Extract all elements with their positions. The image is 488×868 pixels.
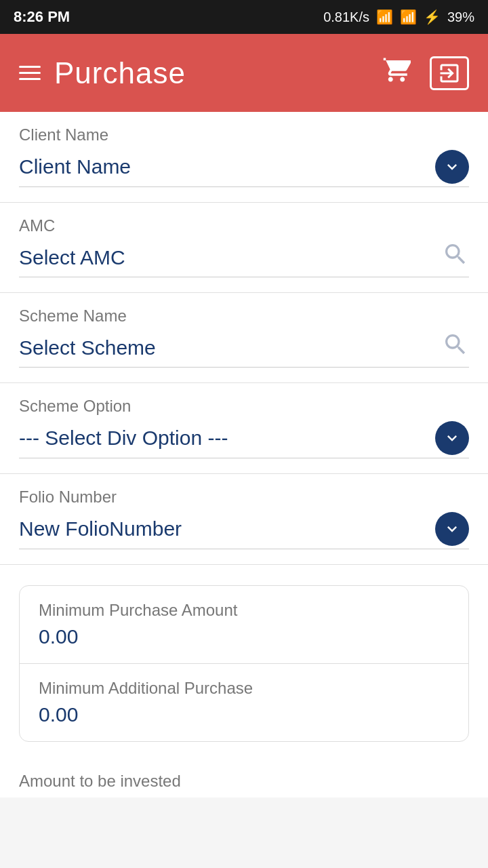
battery-level: 39%	[447, 9, 474, 25]
min-additional-value: 0.00	[39, 703, 449, 726]
client-name-section: Client Name Client Name	[0, 112, 488, 203]
amc-section: AMC Select AMC	[0, 203, 488, 293]
status-time: 8:26 PM	[14, 8, 70, 26]
client-name-label: Client Name	[19, 125, 469, 144]
folio-number-dropdown-button[interactable]	[435, 512, 469, 546]
signal-icon: 📶	[400, 9, 417, 25]
folio-number-section: Folio Number New FolioNumber	[0, 474, 488, 565]
main-content: Client Name Client Name AMC Select AMC S…	[0, 112, 488, 797]
page-title: Purchase	[54, 56, 186, 90]
min-additional-row: Minimum Additional Purchase 0.00	[20, 663, 468, 741]
amc-field[interactable]: Select AMC	[19, 241, 469, 277]
scheme-name-placeholder: Select Scheme	[19, 336, 156, 359]
info-card: Minimum Purchase Amount 0.00 Minimum Add…	[19, 585, 469, 742]
scheme-option-value: --- Select Div Option ---	[19, 427, 228, 450]
app-bar-left: Purchase	[19, 56, 186, 90]
min-additional-label: Minimum Additional Purchase	[39, 679, 449, 698]
client-name-dropdown-button[interactable]	[435, 150, 469, 184]
amc-placeholder: Select AMC	[19, 246, 125, 269]
client-name-value: Client Name	[19, 155, 131, 178]
logout-button[interactable]	[430, 56, 469, 90]
client-name-field[interactable]: Client Name	[19, 150, 469, 187]
scheme-name-label: Scheme Name	[19, 307, 469, 326]
network-speed: 0.81K/s	[323, 9, 369, 25]
scheme-name-section: Scheme Name Select Scheme	[0, 293, 488, 383]
min-purchase-value: 0.00	[39, 625, 449, 648]
min-purchase-row: Minimum Purchase Amount 0.00	[20, 586, 468, 663]
cart-icon[interactable]	[382, 56, 411, 90]
status-bar: 8:26 PM 0.81K/s 📶 📶 ⚡ 39%	[0, 0, 488, 34]
amount-section: Amount to be invested	[0, 762, 488, 797]
scheme-option-section: Scheme Option --- Select Div Option ---	[0, 383, 488, 474]
hamburger-menu-button[interactable]	[19, 66, 41, 80]
app-bar: Purchase	[0, 34, 488, 112]
amc-label: AMC	[19, 216, 469, 235]
scheme-name-field[interactable]: Select Scheme	[19, 331, 469, 368]
status-right: 0.81K/s 📶 📶 ⚡ 39%	[323, 9, 474, 25]
folio-number-value: New FolioNumber	[19, 517, 182, 540]
amount-label: Amount to be invested	[19, 772, 469, 791]
scheme-option-dropdown-button[interactable]	[435, 421, 469, 455]
scheme-option-label: Scheme Option	[19, 397, 469, 416]
bolt-icon: ⚡	[424, 9, 441, 25]
min-purchase-label: Minimum Purchase Amount	[39, 601, 449, 620]
scheme-search-icon[interactable]	[442, 331, 469, 364]
folio-number-label: Folio Number	[19, 488, 469, 507]
wifi-icon: 📶	[376, 9, 393, 25]
app-bar-right	[382, 56, 469, 90]
scheme-option-field[interactable]: --- Select Div Option ---	[19, 421, 469, 458]
amc-search-icon[interactable]	[442, 241, 469, 274]
folio-number-field[interactable]: New FolioNumber	[19, 512, 469, 549]
